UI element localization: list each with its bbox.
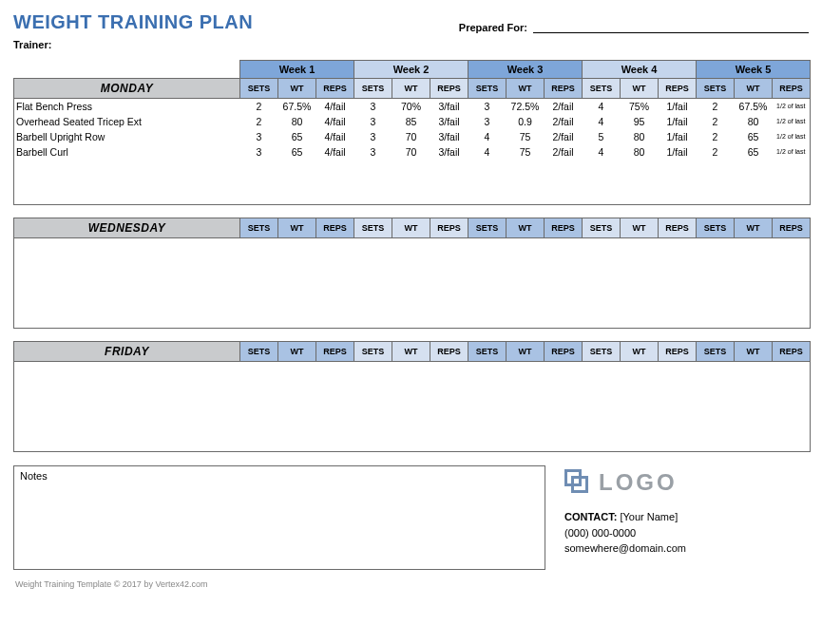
sets-cell bbox=[354, 190, 392, 205]
sets-cell: 4 bbox=[468, 129, 507, 144]
sets-cell: 3 bbox=[354, 129, 392, 144]
logo-text: LOGO bbox=[599, 469, 678, 496]
sets-cell: 4 bbox=[468, 144, 507, 160]
reps-cell: 1/fail bbox=[659, 99, 697, 114]
sets-cell: 2 bbox=[697, 99, 735, 114]
wt-cell: 65 bbox=[278, 129, 316, 144]
reps-cell: 4/fail bbox=[316, 144, 354, 160]
exercise-name: Overhead Seated Tricep Ext bbox=[14, 114, 240, 129]
reps-cell bbox=[430, 160, 468, 175]
monday-body: Flat Bench Press267.5%4/fail370%3/fail37… bbox=[14, 99, 811, 205]
exercise-name bbox=[14, 175, 240, 190]
prepared-line bbox=[533, 22, 809, 33]
monday-label: MONDAY bbox=[14, 79, 240, 99]
sets-cell bbox=[354, 160, 392, 175]
friday-body bbox=[14, 362, 811, 452]
wt-cell bbox=[621, 190, 659, 205]
wt-cell: 80 bbox=[735, 114, 773, 129]
reps-cell: 2/fail bbox=[545, 144, 583, 160]
wt-cell: 80 bbox=[621, 144, 659, 160]
wt-cell: 0.9 bbox=[507, 114, 545, 129]
reps-cell: 3/fail bbox=[430, 99, 468, 114]
wt-cell bbox=[735, 160, 773, 175]
sets-cell: 3 bbox=[354, 114, 392, 129]
reps-cell: 1/2 of last bbox=[773, 129, 811, 144]
sets-cell: 3 bbox=[240, 144, 278, 160]
sets-cell: 4 bbox=[583, 114, 621, 129]
wt-cell bbox=[507, 160, 545, 175]
plan-table: Week 1 Week 2 Week 3 Week 4 Week 5 MONDA… bbox=[13, 60, 811, 452]
reps-cell: 3/fail bbox=[430, 114, 468, 129]
wt-cell: 67.5% bbox=[278, 99, 316, 114]
sets-cell bbox=[468, 175, 507, 190]
reps-cell: 1/2 of last bbox=[773, 144, 811, 160]
week-5-header: Week 5 bbox=[697, 61, 811, 79]
sets-cell: 3 bbox=[240, 129, 278, 144]
week-4-header: Week 4 bbox=[583, 61, 697, 79]
wt-cell: 65 bbox=[278, 144, 316, 160]
exercise-name bbox=[14, 190, 240, 205]
wt-cell: 65 bbox=[735, 129, 773, 144]
wt-cell: 95 bbox=[621, 114, 659, 129]
table-row bbox=[14, 160, 811, 175]
sets-cell: 3 bbox=[468, 114, 507, 129]
monday-header-row: MONDAY SETSWTREPS SETSWTREPS SETSWTREPS … bbox=[14, 79, 811, 99]
sets-cell bbox=[240, 175, 278, 190]
reps-cell bbox=[316, 160, 354, 175]
wt-cell: 75 bbox=[507, 129, 545, 144]
reps-cell bbox=[773, 160, 811, 175]
reps-cell: 1/2 of last bbox=[773, 99, 811, 114]
page-title: WEIGHT TRAINING PLAN bbox=[13, 11, 253, 33]
sets-cell: 2 bbox=[240, 114, 278, 129]
contact-block: CONTACT: [Your Name] (000) 000-0000 some… bbox=[564, 509, 686, 557]
sets-cell bbox=[697, 160, 735, 175]
table-row: Flat Bench Press267.5%4/fail370%3/fail37… bbox=[14, 99, 811, 114]
wt-cell bbox=[735, 190, 773, 205]
logo: LOGO bbox=[564, 469, 686, 496]
reps-cell bbox=[659, 190, 697, 205]
wt-cell: 75 bbox=[507, 144, 545, 160]
reps-cell bbox=[659, 160, 697, 175]
sets-cell: 3 bbox=[354, 144, 392, 160]
reps-cell bbox=[545, 160, 583, 175]
sets-cell: 2 bbox=[697, 114, 735, 129]
friday-label: FRIDAY bbox=[14, 342, 240, 362]
reps-cell bbox=[316, 190, 354, 205]
sets-cell bbox=[583, 190, 621, 205]
wt-cell bbox=[621, 160, 659, 175]
week-2-header: Week 2 bbox=[354, 61, 468, 79]
wt-cell: 80 bbox=[621, 129, 659, 144]
logo-icon bbox=[564, 469, 591, 496]
contact-phone: (000) 000-0000 bbox=[564, 525, 686, 541]
contact-label: CONTACT: bbox=[564, 511, 617, 522]
table-row: Overhead Seated Tricep Ext2804/fail3853/… bbox=[14, 114, 811, 129]
wt-cell: 70 bbox=[392, 129, 430, 144]
reps-cell: 1/fail bbox=[659, 144, 697, 160]
wt-cell bbox=[621, 175, 659, 190]
wt-cell bbox=[392, 160, 430, 175]
exercise-name: Flat Bench Press bbox=[14, 99, 240, 114]
prepared-label: Prepared For: bbox=[459, 22, 527, 33]
sets-cell bbox=[583, 160, 621, 175]
reps-cell: 4/fail bbox=[316, 99, 354, 114]
wednesday-body bbox=[14, 238, 811, 329]
wt-cell: 70% bbox=[392, 99, 430, 114]
wt-cell bbox=[392, 175, 430, 190]
reps-cell: 1/fail bbox=[659, 114, 697, 129]
reps-cell bbox=[773, 190, 811, 205]
sets-cell: 3 bbox=[354, 99, 392, 114]
reps-cell bbox=[430, 175, 468, 190]
exercise-name: Barbell Upright Row bbox=[14, 129, 240, 144]
sets-cell bbox=[468, 160, 507, 175]
reps-cell: 2/fail bbox=[545, 129, 583, 144]
footer-text: Weight Training Template © 2017 by Verte… bbox=[13, 579, 809, 589]
week-3-header: Week 3 bbox=[468, 61, 583, 79]
wt-cell: 67.5% bbox=[735, 99, 773, 114]
table-row: Barbell Curl3654/fail3703/fail4752/fail4… bbox=[14, 144, 811, 160]
table-row: Barbell Upright Row3654/fail3703/fail475… bbox=[14, 129, 811, 144]
exercise-name: Barbell Curl bbox=[14, 144, 240, 160]
wt-cell bbox=[278, 160, 316, 175]
friday-header-row: FRIDAY SETSWTREPS SETSWTREPS SETSWTREPS … bbox=[14, 342, 811, 362]
sets-cell: 2 bbox=[697, 129, 735, 144]
wednesday-header-row: WEDNESDAY SETSWTREPS SETSWTREPS SETSWTRE… bbox=[14, 218, 811, 238]
